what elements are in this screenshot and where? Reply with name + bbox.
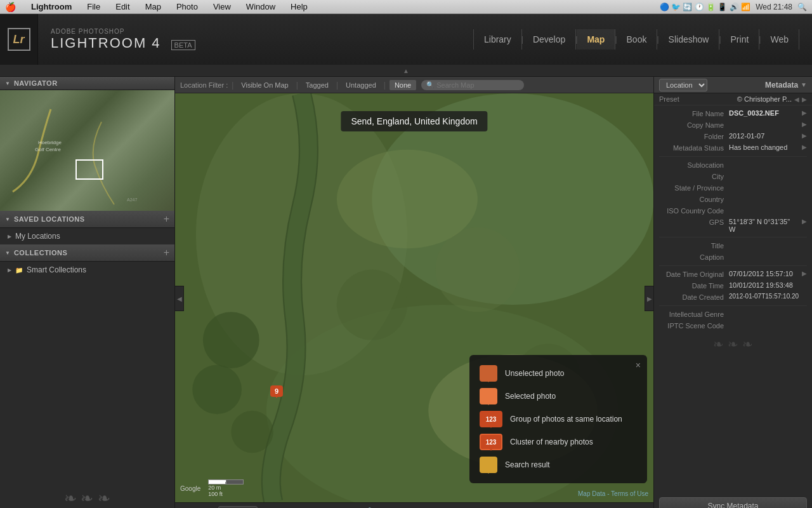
gps-value-line1: 51°18'3" N 0°31'35" bbox=[729, 218, 799, 225]
left-panel: ▼ Navigator Hoebridge Golf Centre Send r… bbox=[0, 77, 175, 508]
menu-window[interactable]: Window bbox=[244, 2, 278, 11]
metadata-chevron[interactable]: ▼ bbox=[801, 81, 807, 88]
caption-row: Caption bbox=[654, 251, 812, 263]
filter-tagged[interactable]: Tagged bbox=[302, 80, 332, 90]
preset-prev-arrow[interactable]: ◀ bbox=[794, 96, 799, 103]
menu-map[interactable]: Map bbox=[143, 2, 164, 11]
title-label: Title bbox=[659, 241, 729, 250]
file-name-value: DSC_0032.NEF bbox=[729, 109, 799, 117]
my-locations-toggle[interactable]: ▶ bbox=[8, 234, 11, 239]
map-style-select[interactable]: Hybrid bbox=[218, 506, 258, 509]
scale-20m: 20 m bbox=[208, 485, 221, 491]
tab-develop[interactable]: Develop bbox=[523, 29, 576, 50]
state-row: State / Province bbox=[654, 182, 812, 194]
legend-selected-icon bbox=[480, 388, 497, 404]
menu-file[interactable]: File bbox=[84, 2, 103, 11]
left-ornament: ❧ ❧ ❧ bbox=[0, 278, 174, 508]
tab-map[interactable]: Map bbox=[577, 29, 615, 50]
date-time-original-arrow[interactable]: ▶ bbox=[802, 270, 807, 277]
preset-label: Preset bbox=[659, 95, 679, 103]
saved-locations-add-btn[interactable]: + bbox=[164, 213, 169, 225]
tab-web[interactable]: Web bbox=[760, 29, 799, 50]
menu-help[interactable]: Help bbox=[288, 2, 310, 11]
top-collapse-btn[interactable]: ▲ bbox=[0, 65, 812, 77]
sublocation-label: Sublocation bbox=[659, 161, 729, 169]
collapse-right-btn[interactable]: ▶ bbox=[645, 286, 653, 311]
preset-row: Preset © Christopher P... ◀ ▶ bbox=[654, 93, 812, 105]
gps-arrow[interactable]: ▶ bbox=[802, 218, 807, 225]
collections-add-btn[interactable]: + bbox=[164, 247, 169, 258]
menu-view[interactable]: View bbox=[211, 2, 233, 11]
map-area: Location Filter : | Visible On Map | Tag… bbox=[175, 77, 653, 508]
adobe-label: ADOBE PHOTOSHOP bbox=[51, 28, 461, 35]
collapse-left-btn[interactable]: ◀ bbox=[175, 286, 184, 311]
menu-photo[interactable]: Photo bbox=[174, 2, 200, 11]
metadata-status-arrow[interactable]: ▶ bbox=[802, 144, 807, 150]
copy-name-arrow[interactable]: ▶ bbox=[802, 121, 807, 128]
lr-logo: Lr bbox=[0, 14, 38, 65]
my-locations-item[interactable]: ▶ My Locations bbox=[0, 229, 174, 243]
map-data-link[interactable]: Map Data bbox=[578, 490, 605, 497]
app-title: ADOBE PHOTOSHOP LIGHTROOM 4 BETA bbox=[38, 28, 473, 51]
search-map-input[interactable] bbox=[436, 81, 519, 89]
filter-visible-on-map[interactable]: Visible On Map bbox=[237, 80, 292, 90]
smart-collections-item[interactable]: ▶ 📁 Smart Collections bbox=[0, 263, 174, 277]
location-label: Send, England, United Kingdom bbox=[341, 111, 487, 131]
svg-point-10 bbox=[192, 364, 242, 414]
collections-header[interactable]: ▼ Collections + bbox=[0, 244, 174, 262]
date-created-value: 2012-01-07T15:57:10.20 bbox=[729, 293, 807, 300]
navigator-section: ▼ Navigator Hoebridge Golf Centre Send r… bbox=[0, 77, 174, 211]
legend-item-search: Search result bbox=[480, 457, 637, 473]
saved-locations-header[interactable]: ▼ Saved Locations + bbox=[0, 211, 174, 228]
saved-locations-content: ▶ My Locations bbox=[0, 228, 174, 244]
filter-label: Location Filter : bbox=[180, 81, 228, 89]
folder-arrow[interactable]: ▶ bbox=[802, 132, 807, 139]
iptc-scene-label: IPTC Scene Code bbox=[659, 321, 729, 330]
scale-bar: 20 m 100 ft bbox=[208, 479, 244, 497]
tab-library[interactable]: Library bbox=[473, 29, 522, 50]
saved-locations-triangle: ▼ bbox=[5, 217, 10, 222]
tab-book[interactable]: Book bbox=[617, 29, 658, 50]
iptc-scene-row: IPTC Scene Code bbox=[654, 320, 812, 331]
tab-slideshow[interactable]: Slideshow bbox=[658, 29, 720, 50]
smart-collections-icon: 📁 bbox=[15, 267, 23, 274]
meta-divider-4 bbox=[659, 305, 807, 306]
search-box[interactable]: 🔍 bbox=[421, 80, 524, 90]
date-time-original-label: Date Time Original bbox=[659, 270, 729, 278]
legend-item-group: 123 Group of photos at same location bbox=[480, 411, 637, 427]
right-ornament: ❧ ❧ ❧ bbox=[654, 331, 812, 357]
map-pin-cluster[interactable]: 9 bbox=[270, 385, 283, 397]
sync-metadata-btn[interactable]: Sync Metadata bbox=[659, 497, 807, 508]
menu-search-icon[interactable]: 🔍 bbox=[797, 3, 807, 11]
navigator-header[interactable]: ▼ Navigator bbox=[0, 77, 174, 90]
date-time-original-value: 07/01/2012 15:57:10 bbox=[729, 270, 799, 277]
date-time-value: 10/01/2012 19:53:48 bbox=[729, 281, 807, 289]
file-name-row: File Name DSC_0032.NEF ▶ bbox=[654, 108, 812, 119]
gps-label: GPS bbox=[659, 218, 729, 226]
navigator-map-bg: Hoebridge Golf Centre Send r A247 bbox=[0, 90, 175, 211]
legend-close-btn[interactable]: × bbox=[636, 360, 641, 370]
copy-name-label: Copy Name bbox=[659, 121, 729, 129]
tab-print[interactable]: Print bbox=[721, 29, 760, 50]
smart-collections-toggle[interactable]: ▶ bbox=[8, 267, 11, 273]
svg-point-9 bbox=[203, 312, 259, 368]
app-beta: BETA bbox=[171, 40, 195, 50]
svg-point-15 bbox=[337, 150, 478, 248]
filter-untagged[interactable]: Untagged bbox=[342, 80, 380, 90]
pin-cluster-count[interactable]: 9 bbox=[270, 385, 283, 397]
map-canvas[interactable]: Send, England, United Kingdom 9 × Unsele… bbox=[175, 93, 653, 502]
legend-unselected-label: Unselected photo bbox=[505, 369, 564, 378]
apple-menu[interactable]: 🍎 bbox=[5, 2, 16, 12]
panel-type-select[interactable]: Location bbox=[659, 79, 707, 91]
menu-lightroom[interactable]: Lightroom bbox=[29, 2, 74, 11]
menubar: 🍎 Lightroom File Edit Map Photo View Win… bbox=[0, 0, 812, 14]
terms-of-use-link[interactable]: Terms of Use bbox=[611, 490, 648, 497]
filter-none[interactable]: None bbox=[390, 80, 416, 90]
main-layout: ▼ Navigator Hoebridge Golf Centre Send r… bbox=[0, 77, 812, 508]
legend-group-icon: 123 bbox=[480, 411, 502, 427]
legend-unselected-icon bbox=[480, 365, 497, 382]
file-name-arrow[interactable]: ▶ bbox=[802, 109, 807, 116]
navigator-map: Hoebridge Golf Centre Send r A247 bbox=[0, 90, 175, 211]
preset-next-arrow[interactable]: ▶ bbox=[802, 96, 807, 103]
menu-edit[interactable]: Edit bbox=[113, 2, 132, 11]
